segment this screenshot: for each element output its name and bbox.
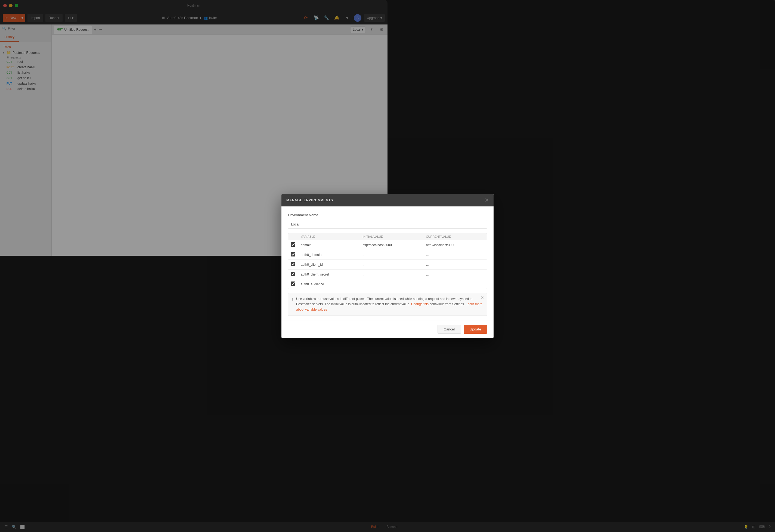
manage-environments-modal: MANAGE ENVIRONMENTS ✕ Environment Name V… [281,194,388,266]
var-check-auth0domain[interactable] [291,252,295,256]
col-check [288,233,298,240]
var-check-domain[interactable] [291,242,295,247]
var-name-domain: domain [298,240,360,250]
env-name-input[interactable] [288,220,388,229]
var-initial-domain[interactable]: http://localhost:3000 [360,240,388,250]
env-name-label: Environment Name [288,213,388,217]
modal-body: Environment Name VARIABLE INITIAL VALUE … [281,206,388,266]
modal-title: MANAGE ENVIRONMENTS [286,198,333,202]
table-row: auth0_domain ... ... [288,250,388,260]
table-head: VARIABLE INITIAL VALUE CURRENT VALUE [288,233,388,240]
table-row: auth0_client_id ... ... [288,260,388,266]
table-row: domain http://localhost:3000 http://loca… [288,240,388,250]
modal-header: MANAGE ENVIRONMENTS ✕ [281,194,388,206]
modal-overlay: MANAGE ENVIRONMENTS ✕ Environment Name V… [0,0,388,266]
table-body: domain http://localhost:3000 http://loca… [288,240,388,266]
var-check-clientid[interactable] [291,262,295,266]
var-initial-clientid[interactable]: ... [360,260,388,266]
col-initial: INITIAL VALUE [360,233,388,240]
col-variable: VARIABLE [298,233,360,240]
variables-table-wrap: VARIABLE INITIAL VALUE CURRENT VALUE dom… [288,233,388,266]
variables-table: VARIABLE INITIAL VALUE CURRENT VALUE dom… [288,233,388,266]
var-name-clientid: auth0_client_id [298,260,360,266]
var-initial-auth0domain[interactable]: ... [360,250,388,260]
var-name-auth0domain: auth0_domain [298,250,360,260]
